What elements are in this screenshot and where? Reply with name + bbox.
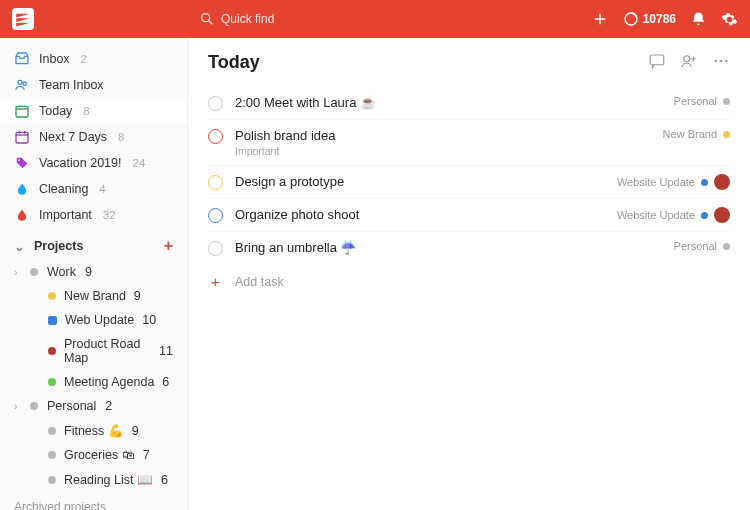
nav-label: Cleaning [39,182,88,196]
project-color-icon [723,243,730,250]
calendar-icon [14,129,30,145]
nav-team-inbox[interactable]: Team Inbox [0,72,187,98]
project-color-icon [30,268,38,276]
comments-icon[interactable] [648,52,666,73]
sidebar: Inbox 2 Team Inbox Today 8 Next 7 Days 8… [0,38,188,510]
project-count: 7 [143,448,150,462]
nav-inbox[interactable]: Inbox 2 [0,46,187,72]
subproject-item[interactable]: Groceries 🛍7 [0,443,187,467]
task-meta: Website Update [617,207,730,223]
sidebar-filter-item[interactable]: Vacation 2019!24 [0,150,187,176]
svg-point-20 [725,60,727,62]
task-row[interactable]: 2:00 Meet with Laura ☕Personal [208,87,730,120]
karma-value: 10786 [643,12,676,26]
svg-rect-9 [16,132,28,143]
svg-rect-14 [650,55,664,65]
task-title: Polish brand idea [235,128,663,143]
task-title: Organize photo shoot [235,207,617,222]
plus-icon: + [208,273,223,290]
karma-score[interactable]: 10786 [623,11,676,27]
subproject-item[interactable]: New Brand9 [0,284,187,308]
add-task-label: Add task [235,275,284,289]
quick-find-label: Quick find [221,12,274,26]
project-label: Fitness 💪 [64,423,124,438]
subproject-item[interactable]: Fitness 💪9 [0,418,187,443]
nav-label: Today [39,104,72,118]
projects-section[interactable]: ⌄ Projects + [0,228,187,260]
task-project-label: Website Update [617,176,695,188]
sidebar-filter-item[interactable]: Cleaning4 [0,176,187,202]
project-count: 2 [105,399,112,413]
add-task-icon[interactable] [591,10,609,28]
avatar [714,174,730,190]
notifications-icon[interactable] [690,11,707,28]
task-row[interactable]: Organize photo shootWebsite Update [208,199,730,232]
avatar [714,207,730,223]
nav-label: Important [39,208,92,222]
project-color-icon [48,451,56,459]
more-icon[interactable] [712,52,730,73]
task-checkbox[interactable] [208,208,223,223]
share-icon[interactable] [680,52,698,73]
main-content: Today 2:00 Meet with Laura ☕PersonalPoli… [188,38,750,510]
task-checkbox[interactable] [208,175,223,190]
task-row[interactable]: Bring an umbrella ☔Personal [208,232,730,264]
svg-point-0 [202,14,210,22]
app-logo[interactable] [12,8,34,30]
project-color-icon [30,402,38,410]
nav-count: 24 [132,157,145,169]
task-title: 2:00 Meet with Laura ☕ [235,95,674,110]
filter-icon [14,181,30,197]
project-count: 6 [162,375,169,389]
archived-projects[interactable]: Archived projects [0,492,187,510]
project-count: 10 [142,313,156,327]
sidebar-filter-item[interactable]: Important32 [0,202,187,228]
project-color-icon [723,131,730,138]
nav-today[interactable]: Today 8 [0,98,187,124]
project-item[interactable]: ›Personal2 [0,394,187,418]
subproject-item[interactable]: Meeting Agenda6 [0,370,187,394]
nav-count: 8 [118,131,124,143]
project-label: Work [47,265,76,279]
svg-point-5 [18,80,22,84]
subproject-item[interactable]: Web Update10 [0,308,187,332]
subproject-item[interactable]: Product Road Map11 [0,332,187,370]
nav-label: Inbox [39,52,70,66]
section-label: Projects [34,239,83,253]
add-task-button[interactable]: + Add task [208,264,730,299]
svg-point-6 [23,82,26,85]
task-row[interactable]: Design a prototypeWebsite Update [208,166,730,199]
karma-icon [623,11,639,27]
search-icon [199,11,215,27]
svg-point-18 [715,60,717,62]
task-checkbox[interactable] [208,241,223,256]
task-row[interactable]: Polish brand ideaImportantNew Brand [208,120,730,166]
task-project-label: Personal [674,240,717,252]
project-item[interactable]: ›Work9 [0,260,187,284]
task-title: Design a prototype [235,174,617,189]
chevron-right-icon: › [14,267,17,278]
subproject-item[interactable]: Reading List 📖6 [0,467,187,492]
nav-label: Vacation 2019! [39,156,121,170]
project-color-icon [48,427,56,435]
svg-point-13 [18,159,20,161]
svg-line-1 [209,21,212,24]
nav-count: 32 [103,209,116,221]
project-count: 11 [159,344,173,358]
settings-icon[interactable] [721,11,738,28]
svg-rect-7 [16,106,28,117]
project-color-icon [701,212,708,219]
nav-next7[interactable]: Next 7 Days 8 [0,124,187,150]
task-meta: Personal [674,240,730,252]
add-project-icon[interactable]: + [164,237,173,255]
inbox-icon [14,51,30,67]
nav-label: Team Inbox [39,78,104,92]
task-checkbox[interactable] [208,129,223,144]
task-project-label: New Brand [663,128,717,140]
nav-label: Next 7 Days [39,130,107,144]
project-label: Reading List 📖 [64,472,153,487]
task-checkbox[interactable] [208,96,223,111]
project-count: 9 [85,265,92,279]
quick-find[interactable]: Quick find [199,11,274,27]
project-count: 9 [132,424,139,438]
